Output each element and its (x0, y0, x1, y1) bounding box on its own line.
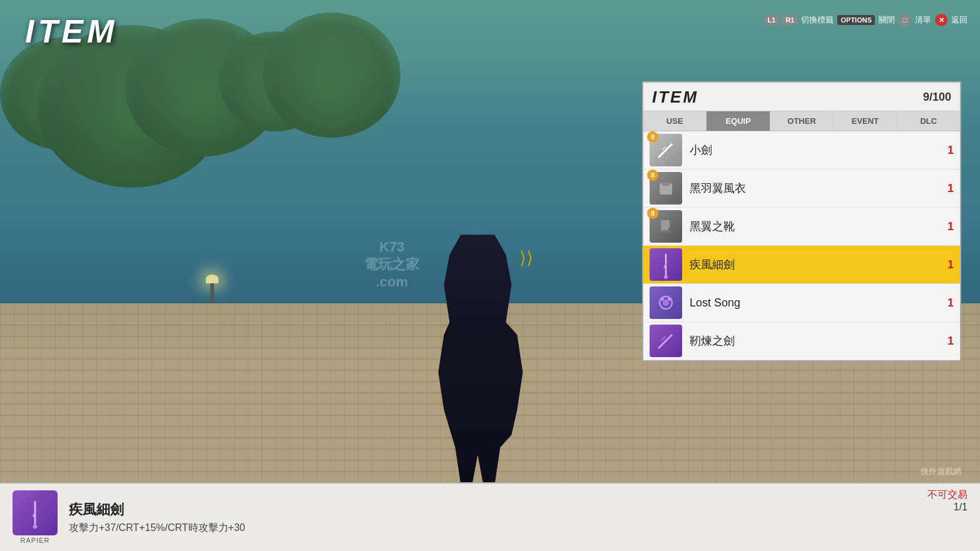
item-icon (650, 286, 682, 319)
table-row[interactable]: 靭煉之劍 1 (643, 322, 960, 360)
top-controls: L1 R1 切換標籤 OPTIONS 關閉 □ 清單 ✕ 返回 (765, 14, 967, 26)
table-row[interactable]: Lost Song 1 (643, 284, 960, 322)
item-icon-wrap (650, 248, 682, 281)
back-icon-badge: ✕ (935, 14, 947, 26)
item-qty: 1 (941, 335, 954, 348)
info-no-trade: 不可交易 (927, 488, 967, 502)
panel-title: ITEM (652, 88, 698, 107)
item-icon (650, 210, 682, 243)
item-icon (650, 172, 682, 205)
item-qty: 1 (941, 144, 954, 157)
back-label: 返回 (951, 14, 967, 26)
info-icon-container: RAPIER (13, 490, 58, 544)
info-panel: RAPIER 疾風細劍 攻擊力+37/CRT+15%/CRT時攻擊力+30 不可… (0, 482, 980, 551)
svg-point-11 (668, 297, 671, 301)
svg-rect-4 (660, 230, 671, 233)
info-item-name: 疾風細劍 (69, 500, 916, 519)
info-meta: 不可交易 1/1 (927, 488, 967, 513)
item-icon (650, 134, 682, 166)
table-row[interactable]: 黑翼之靴 1 (643, 208, 960, 246)
item-icon-wrap (650, 134, 682, 166)
r1-badge: R1 (782, 15, 797, 25)
svg-line-0 (658, 144, 672, 158)
info-stats: 攻擊力+37/CRT+15%/CRT時攻擊力+30 (69, 522, 916, 535)
options-badge: OPTIONS (837, 15, 875, 25)
item-name: 小劍 (690, 143, 941, 158)
item-name: 疾風細劍 (690, 257, 941, 272)
svg-point-9 (663, 300, 669, 306)
item-name: 靭煉之劍 (690, 333, 941, 348)
table-row[interactable]: 疾風細劍 1 (643, 246, 960, 284)
item-icon (650, 248, 682, 281)
close-label: 關閉 (879, 14, 895, 26)
item-icon (650, 325, 682, 357)
svg-line-13 (661, 336, 665, 340)
item-list: 小劍 1 黑羽翼風衣 1 黑翼之靴 1 (643, 131, 960, 360)
item-qty: 1 (941, 258, 954, 271)
item-name: Lost Song (690, 296, 941, 310)
character (421, 235, 534, 485)
svg-point-16 (32, 523, 38, 529)
item-icon-wrap (650, 325, 682, 357)
tab-equip[interactable]: EQUIP (707, 111, 770, 131)
table-row[interactable]: 黑羽翼風衣 1 (643, 169, 960, 208)
page-title: ITEM (25, 13, 118, 50)
panel-count: 9/100 (923, 91, 951, 104)
tab-event[interactable]: EVENT (834, 111, 897, 131)
item-icon-wrap (650, 172, 682, 205)
item-qty: 1 (941, 220, 954, 233)
arrow-indicator: ⟨⟨ (519, 248, 533, 268)
info-text: 疾風細劍 攻擊力+37/CRT+15%/CRT時攻擊力+30 (69, 500, 916, 535)
svg-point-7 (663, 275, 668, 280)
tab-other[interactable]: OTHER (770, 111, 834, 131)
clear-label: 清單 (915, 14, 931, 26)
table-row[interactable]: 小劍 1 (643, 131, 960, 169)
item-name: 黑羽翼風衣 (690, 181, 941, 196)
item-panel: ITEM 9/100 USE EQUIP OTHER EVENT DLC 小劍 … (642, 81, 961, 361)
tab-dlc[interactable]: DLC (897, 111, 960, 131)
item-icon-wrap (650, 210, 682, 243)
info-item-icon (13, 490, 58, 535)
tabs-row: USE EQUIP OTHER EVENT DLC (643, 111, 960, 131)
l1-badge: L1 (765, 15, 779, 25)
panel-header: ITEM 9/100 (643, 83, 960, 111)
info-icon-label: RAPIER (21, 537, 50, 544)
brand-label-left: 俠外遊戲網 (921, 466, 961, 477)
item-icon-wrap (650, 286, 682, 319)
switch-tab-label: 切換標籤 (801, 14, 834, 26)
item-qty: 1 (941, 296, 954, 310)
svg-rect-3 (662, 182, 670, 186)
clear-icon-badge: □ (899, 14, 911, 26)
item-name: 黑翼之靴 (690, 219, 941, 234)
item-qty: 1 (941, 182, 954, 195)
tab-use[interactable]: USE (643, 111, 707, 131)
info-stack: 1/1 (927, 502, 967, 513)
svg-point-10 (660, 297, 664, 301)
